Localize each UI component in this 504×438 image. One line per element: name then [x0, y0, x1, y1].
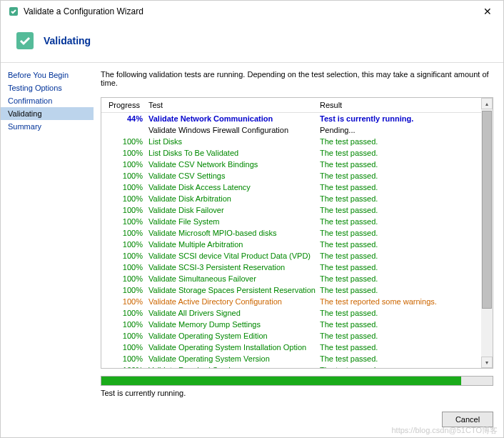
cell-result: The test passed.	[320, 136, 488, 147]
table-row[interactable]: 100%Validate Operating System VersionThe…	[101, 353, 493, 364]
cell-progress: 100%	[106, 159, 148, 170]
cell-progress: 100%	[106, 170, 148, 181]
wizard-app-icon	[8, 6, 19, 17]
vertical-scrollbar[interactable]: ▴ ▾	[481, 98, 493, 368]
table-row[interactable]: 100%Validate Disk ArbitrationThe test pa…	[101, 193, 493, 204]
table-row[interactable]: 100%Validate CSV SettingsThe test passed…	[101, 170, 493, 181]
cell-progress: 100%	[106, 239, 148, 250]
sidebar-item-before-you-begin[interactable]: Before You Begin	[8, 69, 94, 81]
table-row[interactable]: 100%Validate SCSI-3 Persistent Reservati…	[101, 262, 493, 273]
cell-test: Validate Microsoft MPIO-based disks	[148, 227, 320, 239]
cell-test: Validate Disk Access Latency	[148, 181, 320, 193]
sidebar-item-validating[interactable]: Validating	[1, 107, 94, 120]
table-row[interactable]: 100%Validate File SystemThe test passed.	[101, 216, 493, 227]
col-header-result[interactable]: Result	[316, 98, 493, 112]
wizard-footer: Cancel	[1, 403, 503, 437]
table-row[interactable]: 100%Validate Disk FailoverThe test passe…	[101, 204, 493, 216]
cell-test: Validate Required Services	[148, 364, 320, 368]
wizard-window: Validate a Configuration Wizard ✕ Valida…	[0, 0, 504, 438]
cell-result: The test passed.	[320, 159, 488, 170]
cell-test: Validate Operating System Version	[148, 353, 320, 364]
sidebar-item-confirmation[interactable]: Confirmation	[8, 94, 94, 107]
cell-test: Validate Network Communication	[148, 113, 320, 124]
cell-test: Validate Windows Firewall Configuration	[148, 124, 320, 136]
cell-progress: 100%	[106, 273, 148, 284]
titlebar: Validate a Configuration Wizard ✕	[1, 1, 503, 22]
scroll-track[interactable]	[481, 109, 493, 357]
validating-icon	[14, 29, 36, 52]
cell-result: Pending...	[320, 124, 488, 136]
wizard-sidebar: Before You BeginTesting OptionsConfirmat…	[1, 63, 94, 403]
cell-progress: 100%	[106, 319, 148, 330]
cell-test: Validate SCSI-3 Persistent Reservation	[148, 262, 320, 273]
table-row[interactable]: 100%List DisksThe test passed.	[101, 136, 493, 147]
wizard-body: Before You BeginTesting OptionsConfirmat…	[1, 63, 503, 403]
table-row[interactable]: 100%Validate Operating System EditionThe…	[101, 330, 493, 342]
table-row[interactable]: 100%Validate Active Directory Configurat…	[101, 296, 493, 307]
table-row[interactable]: 100%Validate Multiple ArbitrationThe tes…	[101, 239, 493, 250]
scroll-up-icon[interactable]: ▴	[481, 98, 493, 109]
cell-test: Validate Storage Spaces Persistent Reser…	[148, 284, 320, 296]
table-row[interactable]: 100%Validate Simultaneous FailoverThe te…	[101, 273, 493, 284]
sidebar-item-summary[interactable]: Summary	[8, 120, 94, 133]
table-row[interactable]: 100%Validate Storage Spaces Persistent R…	[101, 284, 493, 296]
grid-body: 44%Validate Network CommunicationTest is…	[101, 113, 493, 368]
cell-result: The test passed.	[320, 170, 488, 181]
cell-test: Validate Operating System Installation O…	[148, 342, 320, 353]
cell-progress: 100%	[106, 353, 148, 364]
grid-header: Progress Test Result	[101, 98, 493, 113]
table-row[interactable]: 100%Validate Required ServicesThe test p…	[101, 364, 493, 368]
table-row[interactable]: 100%Validate CSV Network BindingsThe tes…	[101, 159, 493, 170]
cell-progress: 100%	[106, 364, 148, 368]
cell-result: The test passed.	[320, 250, 488, 262]
cell-test: Validate Disk Failover	[148, 204, 320, 216]
table-row[interactable]: 44%Validate Network CommunicationTest is…	[101, 113, 493, 124]
cell-result: The test passed.	[320, 353, 488, 364]
cell-result: The test reported some warnings.	[320, 296, 488, 307]
table-row[interactable]: 100%Validate Operating System Installati…	[101, 342, 493, 353]
cell-progress: 100%	[106, 330, 148, 342]
overall-progress-bar	[101, 376, 493, 386]
cell-test: Validate SCSI device Vital Product Data …	[148, 250, 320, 262]
cell-result: The test passed.	[320, 262, 488, 273]
cell-progress: 100%	[106, 147, 148, 159]
window-title: Validate a Configuration Wizard	[24, 6, 479, 16]
col-header-progress[interactable]: Progress	[101, 98, 144, 112]
cell-test: Validate Memory Dump Settings	[148, 319, 320, 330]
table-row[interactable]: 100%Validate Disk Access LatencyThe test…	[101, 181, 493, 193]
cell-test: Validate Disk Arbitration	[148, 193, 320, 204]
table-row[interactable]: 100%Validate SCSI device Vital Product D…	[101, 250, 493, 262]
cell-progress: 100%	[106, 193, 148, 204]
col-header-test[interactable]: Test	[144, 98, 316, 112]
cell-progress: 100%	[106, 136, 148, 147]
table-row[interactable]: Validate Windows Firewall ConfigurationP…	[101, 124, 493, 136]
cell-progress: 100%	[106, 216, 148, 227]
sidebar-item-testing-options[interactable]: Testing Options	[8, 81, 94, 94]
cell-test: Validate Active Directory Configuration	[148, 296, 320, 307]
scroll-thumb[interactable]	[482, 111, 492, 309]
intro-text: The following validation tests are runni…	[101, 70, 493, 87]
cell-test: Validate All Drivers Signed	[148, 307, 320, 319]
cell-test: Validate CSV Settings	[148, 170, 320, 181]
cell-result: The test passed.	[320, 364, 488, 368]
cancel-button[interactable]: Cancel	[442, 412, 493, 427]
table-row[interactable]: 100%List Disks To Be ValidatedThe test p…	[101, 147, 493, 159]
cell-progress	[106, 124, 148, 136]
cell-result: The test passed.	[320, 204, 488, 216]
close-icon[interactable]: ✕	[479, 6, 496, 17]
table-row[interactable]: 100%Validate All Drivers SignedThe test …	[101, 307, 493, 319]
cell-test: Validate File System	[148, 216, 320, 227]
cell-progress: 100%	[106, 342, 148, 353]
scroll-down-icon[interactable]: ▾	[481, 357, 493, 368]
cell-progress: 100%	[106, 296, 148, 307]
cell-result: The test passed.	[320, 273, 488, 284]
table-row[interactable]: 100%Validate Memory Dump SettingsThe tes…	[101, 319, 493, 330]
cell-result: The test passed.	[320, 284, 488, 296]
cell-result: The test passed.	[320, 216, 488, 227]
cell-progress: 100%	[106, 262, 148, 273]
test-grid: Progress Test Result 44%Validate Network…	[101, 97, 493, 369]
cell-progress: 100%	[106, 250, 148, 262]
table-row[interactable]: 100%Validate Microsoft MPIO-based disksT…	[101, 227, 493, 239]
cell-test: Validate CSV Network Bindings	[148, 159, 320, 170]
cell-test: List Disks To Be Validated	[148, 147, 320, 159]
